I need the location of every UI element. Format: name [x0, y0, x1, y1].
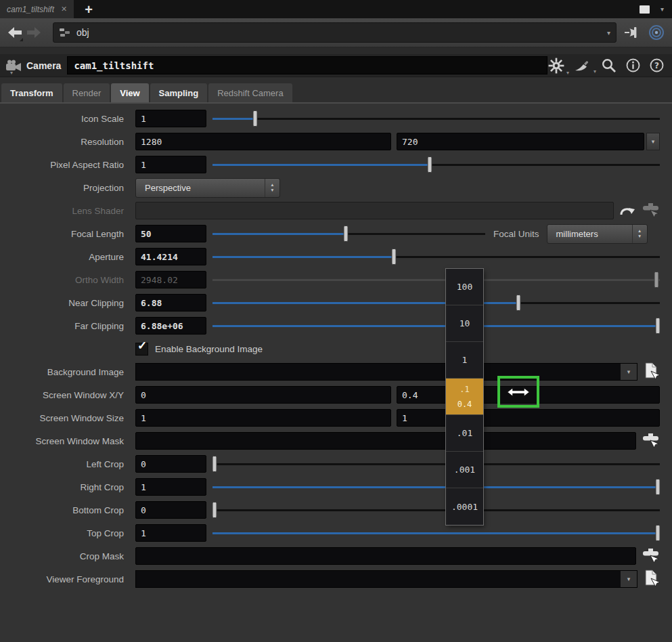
back-button[interactable]: [5, 23, 24, 42]
left-crop-slider[interactable]: [212, 455, 660, 473]
bottom-crop-input[interactable]: [135, 501, 206, 519]
near-clipping-slider[interactable]: [212, 294, 660, 312]
dropdown-spinner-icon[interactable]: ▴ ▾: [632, 225, 647, 243]
jump-to-operator-button[interactable]: [619, 203, 636, 218]
crop-mask-input[interactable]: [135, 547, 636, 565]
close-tab-icon[interactable]: ✕: [61, 5, 67, 14]
ladder-rung-0001[interactable]: .0001: [446, 488, 483, 525]
far-clipping-input[interactable]: [135, 317, 206, 335]
gear-menu-button[interactable]: ▾: [548, 58, 564, 74]
appearance-button[interactable]: ▾: [574, 59, 591, 72]
new-tab-icon[interactable]: +: [85, 3, 93, 16]
resolution-y-input[interactable]: [397, 133, 644, 150]
forward-button[interactable]: [24, 23, 43, 42]
top-crop-slider[interactable]: [212, 524, 660, 542]
focal-units-value: millimeters: [547, 229, 632, 239]
icon-scale-input[interactable]: [135, 110, 206, 127]
path-dropdown-caret-icon[interactable]: ▾: [607, 29, 610, 37]
slider-handle[interactable]: [212, 456, 217, 472]
param-row-screen-window-mask: Screen Window Mask: [0, 432, 660, 450]
projection-dropdown[interactable]: Perspective ▴ ▾: [135, 178, 280, 198]
ladder-rung-100[interactable]: 100: [446, 269, 483, 305]
maximize-pane-icon[interactable]: [640, 5, 650, 14]
pin-icon[interactable]: [623, 26, 640, 39]
resolution-presets-button[interactable]: ▾: [646, 133, 660, 150]
slider-handle[interactable]: [252, 110, 257, 127]
help-icon[interactable]: ?: [650, 58, 664, 72]
ladder-rung-1[interactable]: 1: [446, 342, 483, 379]
tab-sampling[interactable]: Sampling: [150, 83, 208, 102]
param-row-pixel-aspect: Pixel Aspect Ratio: [0, 156, 660, 173]
screen-window-size-y-input[interactable]: [397, 409, 660, 427]
crop-mask-operator-button[interactable]: [642, 547, 660, 565]
slider-handle[interactable]: [212, 502, 217, 518]
focal-length-input[interactable]: [135, 225, 206, 242]
pixel-aspect-input[interactable]: [135, 156, 206, 173]
viewer-foreground-input[interactable]: ▾: [135, 570, 637, 588]
bottom-crop-slider[interactable]: [212, 501, 660, 519]
slider-handle[interactable]: [516, 295, 521, 311]
node-name-field[interactable]: cam1_tiltshift: [67, 56, 547, 74]
param-label: Lens Shader: [0, 206, 135, 216]
param-row-left-crop: Left Crop: [0, 455, 660, 473]
gear-menu-caret-icon: ▾: [566, 70, 569, 76]
pane-menu-caret-icon[interactable]: ▾: [660, 5, 664, 13]
camera-node-icon[interactable]: [5, 60, 22, 71]
choose-operator-button[interactable]: [642, 202, 660, 220]
tab-view[interactable]: View: [111, 83, 148, 102]
search-icon[interactable]: [601, 58, 617, 73]
slider-handle[interactable]: [427, 156, 432, 173]
focal-units-dropdown[interactable]: millimeters ▴ ▾: [547, 224, 648, 244]
info-icon[interactable]: [626, 58, 640, 72]
aperture-slider[interactable]: [212, 248, 660, 265]
file-picker-icon: [643, 362, 660, 381]
far-clipping-slider[interactable]: [212, 317, 660, 335]
param-row-lens-shader: Lens Shader: [0, 202, 660, 219]
value-ladder-menu: 100 10 1 .1 0.4 .01 .001 .0001: [446, 269, 483, 525]
top-crop-input[interactable]: [135, 524, 206, 542]
right-crop-slider[interactable]: [212, 478, 660, 496]
resolution-x-input[interactable]: [135, 133, 391, 150]
right-crop-input[interactable]: [135, 478, 206, 496]
near-clipping-input[interactable]: [135, 294, 206, 312]
back-history-caret-icon[interactable]: [20, 38, 23, 41]
background-image-dropdown-button[interactable]: ▾: [621, 364, 637, 380]
param-label: Left Crop: [0, 459, 135, 469]
tab-transform[interactable]: Transform: [1, 83, 62, 102]
enable-background-image-checkbox[interactable]: ✓: [135, 343, 148, 356]
gear-icon: [548, 58, 564, 74]
ladder-rung-active[interactable]: .1 0.4: [446, 379, 483, 415]
ladder-rung-001[interactable]: .001: [446, 452, 483, 488]
focal-length-slider[interactable]: [212, 225, 485, 242]
divider: [0, 47, 672, 54]
slider-handle[interactable]: [656, 318, 660, 334]
icon-scale-slider[interactable]: [212, 110, 660, 127]
param-row-background-image: Background Image ▾: [0, 363, 660, 381]
tab-redshift-camera[interactable]: Redshift Camera: [208, 83, 292, 102]
background-image-input[interactable]: ▾: [135, 363, 637, 381]
node-type-caret-icon[interactable]: ▾: [10, 70, 13, 76]
pane-tab[interactable]: cam1_tiltshift ✕: [0, 0, 74, 18]
viewer-foreground-file-chooser-button[interactable]: [643, 570, 660, 588]
slider-handle[interactable]: [392, 249, 397, 265]
background-image-file-chooser-button[interactable]: [643, 362, 660, 381]
slider-handle[interactable]: [656, 525, 660, 541]
left-crop-input[interactable]: [135, 455, 206, 473]
param-label: Top Crop: [0, 528, 135, 538]
path-field[interactable]: obj ▾: [53, 22, 617, 43]
dropdown-spinner-icon[interactable]: ▴ ▾: [265, 179, 279, 197]
screen-window-size-x-input[interactable]: [135, 409, 391, 427]
viewer-foreground-dropdown-button[interactable]: ▾: [621, 571, 637, 587]
pixel-aspect-slider[interactable]: [212, 156, 660, 173]
follow-selection-icon[interactable]: [648, 24, 665, 41]
screen-window-mask-operator-button[interactable]: [642, 432, 660, 450]
slider-handle[interactable]: [344, 226, 349, 242]
aperture-input[interactable]: [135, 248, 206, 265]
screen-window-x-input[interactable]: [135, 386, 391, 404]
slider-handle[interactable]: [656, 479, 660, 495]
tab-render[interactable]: Render: [64, 83, 110, 102]
screen-window-mask-input[interactable]: [135, 432, 636, 450]
lens-shader-input[interactable]: [135, 202, 614, 219]
ladder-rung-10[interactable]: 10: [446, 305, 483, 342]
ladder-rung-01[interactable]: .01: [446, 415, 483, 452]
